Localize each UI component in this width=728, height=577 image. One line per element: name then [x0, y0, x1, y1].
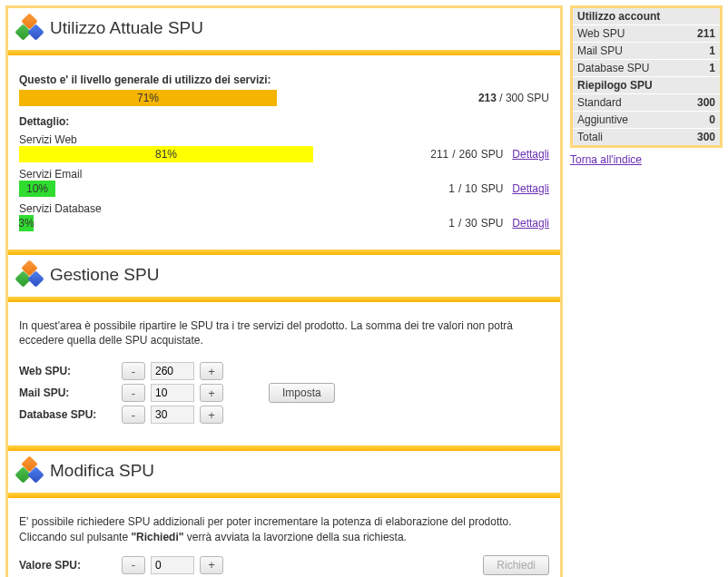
detail-label: Dettaglio: — [19, 115, 549, 128]
overall-total: 300 — [506, 92, 524, 104]
service-bar-track: 3% — [19, 215, 382, 231]
service-bar-pct: 81% — [155, 148, 177, 161]
overall-usage-values: 213 / 300 SPU — [393, 92, 549, 104]
service-bar-fill: 10% — [19, 181, 55, 197]
side-row-label: Mail SPU — [573, 43, 683, 60]
overall-bar-track: 71% — [19, 90, 382, 106]
overall-bar-fill: 71% — [19, 90, 277, 106]
section-title-manage: Gestione SPU — [50, 265, 159, 285]
increment-button[interactable]: + — [200, 362, 223, 380]
service-bar-track: 10% — [19, 181, 382, 197]
side-row: Aggiuntive 0 — [573, 112, 720, 129]
side-row-label: Database SPU — [573, 60, 683, 77]
account-usage-box: Utilizzo account Web SPU 211 Mail SPU 1 … — [570, 5, 723, 148]
service-block: Servizi Email 10% 1 / 10 SPU Dettagli — [19, 168, 549, 197]
service-bar-pct: 3% — [18, 217, 34, 230]
decrement-button[interactable]: - — [122, 406, 145, 424]
manage-row-mail: Mail SPU: - + — [19, 384, 223, 402]
web-spu-input[interactable] — [151, 362, 194, 380]
increment-button[interactable]: + — [200, 556, 223, 574]
service-unit: SPU — [481, 182, 504, 195]
service-block: Servizi Database 3% 1 / 30 SPU Dettagli — [19, 202, 549, 231]
section-content-usage: Questo e' il livello generale di utilizz… — [8, 55, 560, 244]
back-link[interactable]: Torna all'indice — [570, 153, 642, 166]
quantity-stepper: - + — [122, 406, 223, 424]
service-unit: SPU — [481, 217, 504, 230]
section-title-usage: Utilizzo Attuale SPU — [50, 18, 203, 38]
cubes-icon — [17, 15, 43, 41]
side-row-value: 1 — [683, 43, 720, 60]
side-row-value: 300 — [683, 129, 720, 146]
usage-lead: Questo e' il livello generale di utilizz… — [19, 73, 549, 86]
service-bar-fill: 3% — [19, 215, 34, 231]
section-content-manage: In quest'area è possibile ripartire le S… — [8, 302, 560, 440]
manage-row-label: Web SPU: — [19, 365, 114, 377]
mail-spu-input[interactable] — [151, 384, 194, 402]
overall-usage-row: 71% 213 / 300 SPU — [19, 90, 549, 106]
side-row-value: 1 — [683, 60, 720, 77]
service-total: 10 — [465, 182, 477, 195]
manage-description: In quest'area è possibile ripartire le S… — [19, 318, 549, 347]
decrement-button[interactable]: - — [122, 556, 145, 574]
quantity-stepper: - + — [122, 556, 223, 574]
service-total: 260 — [459, 148, 477, 161]
service-used: 1 — [448, 217, 455, 230]
side-row: Database SPU 1 — [573, 60, 720, 77]
increment-button[interactable]: + — [200, 384, 223, 402]
overall-unit: SPU — [526, 92, 549, 104]
side-row-label: Standard — [573, 94, 683, 112]
modify-description: E' possibile richiedere SPU addizionali … — [19, 514, 549, 543]
side-row-value: 0 — [683, 112, 720, 129]
side-row: Web SPU 211 — [573, 25, 720, 43]
overall-used: 213 — [478, 92, 497, 104]
manage-row-web: Web SPU: - + — [19, 362, 223, 380]
service-used: 1 — [448, 182, 455, 195]
quantity-stepper: - + — [122, 362, 223, 380]
manage-row-label: Database SPU: — [19, 408, 114, 421]
section-content-modify: E' possibile richiedere SPU addizionali … — [8, 498, 560, 577]
service-details-link[interactable]: Dettagli — [512, 182, 549, 195]
section-title-modify: Modifica SPU — [50, 461, 154, 481]
manage-row-label: Mail SPU: — [19, 386, 114, 399]
side-row-label: Aggiuntive — [573, 112, 683, 129]
service-bar-track: 81% — [19, 146, 382, 162]
service-name: Servizi Database — [19, 202, 549, 215]
service-total: 30 — [465, 217, 477, 230]
imposta-button[interactable]: Imposta — [269, 383, 335, 403]
overall-bar-pct: 71% — [137, 92, 159, 104]
side-row-value: 300 — [683, 94, 720, 112]
decrement-button[interactable]: - — [122, 384, 145, 402]
section-header-manage: Gestione SPU — [8, 255, 560, 291]
side-row: Standard 300 — [573, 94, 720, 112]
decrement-button[interactable]: - — [122, 362, 145, 380]
service-details-link[interactable]: Dettagli — [512, 217, 549, 230]
side-panel: Utilizzo account Web SPU 211 Mail SPU 1 … — [570, 5, 723, 577]
cubes-icon — [17, 262, 43, 288]
richiedi-button[interactable]: Richiedi — [483, 555, 549, 575]
service-bar-pct: 10% — [26, 182, 48, 195]
modify-row-label: Valore SPU: — [19, 559, 114, 572]
quantity-stepper: - + — [122, 384, 223, 402]
side-row-label: Totali — [573, 129, 683, 146]
service-details-link[interactable]: Dettagli — [512, 148, 549, 161]
section-header-modify: Modifica SPU — [8, 451, 560, 487]
service-name: Servizi Web — [19, 133, 549, 146]
back-link-container: Torna all'indice — [570, 153, 723, 166]
side-row-value: 211 — [683, 25, 720, 43]
increment-button[interactable]: + — [200, 406, 223, 424]
service-bar-fill: 81% — [19, 146, 313, 162]
side-row: Mail SPU 1 — [573, 43, 720, 60]
main-panel: Utilizzo Attuale SPU Questo e' il livell… — [5, 5, 563, 577]
service-used: 211 — [430, 148, 448, 161]
manage-row-database: Database SPU: - + — [19, 406, 223, 424]
database-spu-input[interactable] — [151, 406, 194, 424]
service-block: Servizi Web 81% 211 / 260 SPU Dettagli — [19, 133, 549, 162]
side-group1-title: Utilizzo account — [573, 8, 720, 25]
valore-spu-input[interactable] — [151, 556, 194, 574]
section-header-usage: Utilizzo Attuale SPU — [8, 8, 560, 44]
modify-row: Valore SPU: - + Richiedi — [19, 555, 549, 575]
service-name: Servizi Email — [19, 168, 549, 181]
side-group2-title: Riepilogo SPU — [573, 77, 720, 94]
side-row-label: Web SPU — [573, 25, 683, 43]
cubes-icon — [17, 458, 43, 484]
